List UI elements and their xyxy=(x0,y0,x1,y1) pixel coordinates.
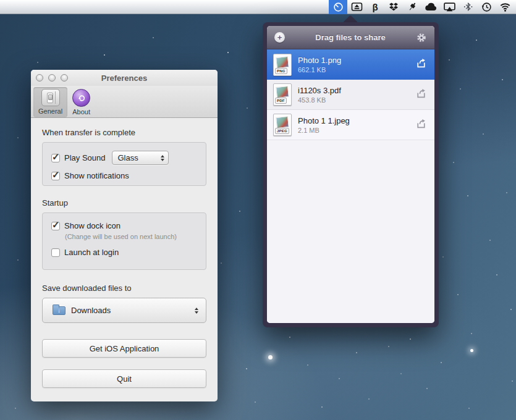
transfer-heading: When transfer is complete xyxy=(42,128,206,137)
launch-at-login-checkbox[interactable] xyxy=(51,248,60,257)
wifi-menu-icon[interactable] xyxy=(496,0,514,14)
file-list: PNG Photo 1.png 662.1 KB xyxy=(267,49,434,323)
file-name: i1120s 3.pdf xyxy=(298,86,415,95)
file-name: Photo 1.png xyxy=(298,56,415,65)
checkmark-icon: ✓ xyxy=(52,151,60,162)
preferences-content: When transfer is complete ✓ Play Sound G… xyxy=(31,118,218,388)
preferences-window: Preferences General xyxy=(31,70,218,401)
zoom-button[interactable] xyxy=(61,74,68,82)
share-icon[interactable] xyxy=(415,88,427,101)
beta-menu-icon[interactable]: β xyxy=(366,0,384,14)
close-button[interactable] xyxy=(36,74,43,82)
file-size: 662.1 KB xyxy=(298,66,415,74)
popover-header: + Drag files to share xyxy=(267,26,434,49)
checkmark-icon: ✓ xyxy=(52,169,60,180)
dropbox-menu-icon[interactable] xyxy=(384,0,403,14)
get-ios-app-button[interactable]: Get iOS Application xyxy=(42,339,206,358)
share-popover: + Drag files to share PNG xyxy=(263,22,439,327)
file-name: Photo 1 1.jpeg xyxy=(298,116,415,125)
startup-group: ✓ Show dock icon (Change will be used on… xyxy=(42,212,206,270)
file-size: 2.1 MB xyxy=(298,127,415,134)
title-bar[interactable]: Preferences xyxy=(31,70,218,86)
jpeg-file-icon: JPEG xyxy=(273,114,292,136)
download-folder-select[interactable]: ↓ Downloads xyxy=(42,298,206,323)
sound-select[interactable]: Glass xyxy=(112,151,169,165)
select-arrows-icon xyxy=(195,308,198,314)
popover-title: Drag files to share xyxy=(285,33,416,42)
png-file-icon: PNG xyxy=(273,54,292,76)
select-arrows-icon xyxy=(161,155,164,161)
cloud-menu-icon[interactable] xyxy=(421,0,440,14)
bright-star xyxy=(470,349,473,352)
show-notifications-checkbox[interactable]: ✓ xyxy=(51,172,60,180)
preferences-toolbar: General About xyxy=(31,86,218,118)
bright-star xyxy=(268,355,273,359)
play-sound-checkbox[interactable]: ✓ xyxy=(51,154,60,162)
bluetooth-menu-icon[interactable] xyxy=(459,0,477,14)
downloads-folder-icon: ↓ xyxy=(53,306,66,315)
transfer-group: ✓ Play Sound Glass ✓ Show notifications xyxy=(42,142,206,186)
gear-icon[interactable] xyxy=(416,32,427,43)
menu-bar: β xyxy=(0,0,516,14)
about-icon xyxy=(72,89,90,107)
timer-icon xyxy=(333,2,344,12)
minimize-button[interactable] xyxy=(48,74,56,82)
time-machine-menu-icon[interactable] xyxy=(477,0,496,14)
startup-heading: Startup xyxy=(42,198,206,208)
general-icon xyxy=(41,89,60,106)
pdf-file-icon: PDF xyxy=(273,83,292,106)
add-file-button[interactable]: + xyxy=(274,32,285,43)
save-heading: Save downloaded files to xyxy=(42,284,206,293)
airplay-menu-icon[interactable] xyxy=(440,0,459,14)
quit-button[interactable]: Quit xyxy=(42,369,206,388)
desktop: β xyxy=(0,0,516,420)
file-row[interactable]: PNG Photo 1.png 662.1 KB xyxy=(267,49,434,80)
tab-general[interactable]: General xyxy=(33,87,67,117)
share-icon[interactable] xyxy=(415,119,427,132)
dock-note: (Change will be used on next launch) xyxy=(65,233,197,240)
share-icon[interactable] xyxy=(415,58,427,71)
checkmark-icon: ✓ xyxy=(52,219,60,230)
file-size: 453.8 KB xyxy=(298,96,415,104)
pin-menu-icon[interactable] xyxy=(403,0,421,14)
file-row[interactable]: JPEG Photo 1 1.jpeg 2.1 MB xyxy=(267,110,434,140)
tab-about[interactable]: About xyxy=(67,87,95,117)
file-row[interactable]: PDF i1120s 3.pdf 453.8 KB xyxy=(267,80,434,110)
eject-box-menu-icon[interactable] xyxy=(347,0,366,14)
share-app-menu-icon[interactable] xyxy=(329,0,347,14)
show-dock-icon-checkbox[interactable]: ✓ xyxy=(51,222,60,230)
